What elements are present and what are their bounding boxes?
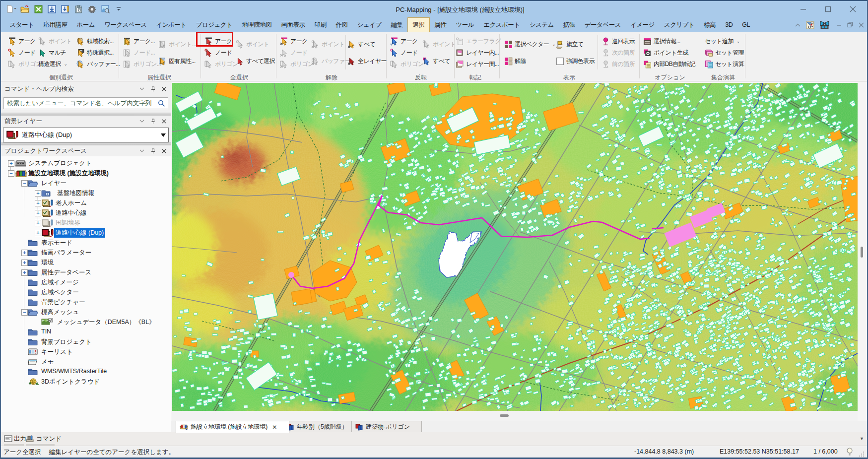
- ribbon-tab-インポート[interactable]: インポート: [151, 17, 191, 32]
- ribbon-button-レイヤー間[interactable]: レイヤー間...: [456, 59, 499, 69]
- ribbon-tab-標高[interactable]: 標高: [699, 17, 721, 32]
- tree-item-メモ[interactable]: メモ: [1, 357, 171, 367]
- tree-item-環境[interactable]: +環境: [1, 258, 171, 267]
- tree-expander-plus[interactable]: +: [21, 250, 28, 256]
- tree-item-基盤地図情報[interactable]: +基盤地図情報: [1, 188, 171, 198]
- document-tab-施設立地環境 (施設立地環境)[interactable]: 施設立地環境 (施設立地環境)✕: [176, 421, 289, 433]
- close-button[interactable]: [847, 4, 858, 15]
- horizontal-scrollbar[interactable]: [172, 411, 858, 421]
- vertical-scrollbar-thumb[interactable]: [861, 247, 863, 258]
- doc-restore-icon[interactable]: [847, 22, 853, 28]
- ribbon-button-ノード[interactable]: ノード: [390, 47, 418, 58]
- green-grid-button[interactable]: [34, 4, 43, 13]
- map-viewport[interactable]: [172, 83, 858, 411]
- tree-item-システムプロジェクト[interactable]: +システムプロジェクト: [1, 158, 171, 168]
- ribbon-tab-ツール[interactable]: ツール: [451, 17, 479, 32]
- combo-dropdown-button[interactable]: [158, 128, 168, 142]
- ribbon-tab-選択[interactable]: 選択: [407, 17, 430, 32]
- tree-expander-plus[interactable]: +: [21, 260, 28, 266]
- ribbon-tab-スタート[interactable]: スタート: [5, 17, 39, 32]
- pane-pin-button[interactable]: [149, 118, 156, 125]
- ribbon-button-アーク[interactable]: アーク...: [123, 36, 155, 47]
- tree-expander-minus[interactable]: −: [8, 170, 14, 177]
- foreground-layer-combo[interactable]: 道路中心線 (Dup): [3, 128, 169, 142]
- tree-item-描画パラメーター[interactable]: +描画パラメーター: [1, 248, 171, 258]
- view-3d-icon[interactable]: [820, 21, 829, 29]
- pane-pin-button[interactable]: [149, 147, 156, 154]
- tree-expander-minus[interactable]: −: [21, 180, 28, 187]
- ribbon-button-ノード[interactable]: ノード: [8, 47, 36, 58]
- tab-close-icon[interactable]: ✕: [272, 424, 277, 431]
- minimize-button[interactable]: [798, 4, 808, 15]
- ribbon-button-強調色表示[interactable]: 強調色表示: [556, 56, 595, 66]
- ribbon-tab-ワークスペース[interactable]: ワークスペース: [99, 17, 151, 32]
- tree-item-WMS/WMTS/RasterTile[interactable]: WMS/WMTS/RasterTile: [1, 367, 171, 377]
- document-tab-建築物-ポリゴン[interactable]: 建築物-ポリゴン: [351, 421, 422, 432]
- tree-expander-plus[interactable]: +: [35, 210, 41, 216]
- ribbon-tab-拡張[interactable]: 拡張: [558, 17, 580, 32]
- search-icon[interactable]: [158, 100, 165, 107]
- tree-expander-plus[interactable]: +: [35, 230, 41, 236]
- ribbon-button-セット追加[interactable]: セット追加⌄: [705, 36, 740, 47]
- tree-item-属性データベース[interactable]: +属性データベース: [1, 267, 171, 277]
- tree-item-道路中心線[interactable]: +道路中心線: [1, 208, 171, 218]
- tree-expander-minus[interactable]: −: [21, 309, 28, 316]
- ribbon-button-内部DB自動転記[interactable]: 内部DB自動転記: [643, 59, 695, 69]
- ribbon-tab-スクリプト[interactable]: スクリプト: [659, 17, 699, 32]
- maximize-button[interactable]: [822, 4, 833, 15]
- doc-close-icon[interactable]: [859, 22, 864, 28]
- ribbon-button-すべて[interactable]: すべて: [347, 39, 375, 50]
- ribbon-tab-応用講座[interactable]: 応用講座: [39, 17, 72, 32]
- ribbon-button-アーク[interactable]: アーク: [280, 36, 308, 47]
- ribbon-button-選択情報[interactable]: 選択情報...: [643, 36, 680, 47]
- horizontal-scrollbar-thumb[interactable]: [500, 414, 509, 417]
- ribbon-tab-シェイプ[interactable]: シェイプ: [352, 17, 386, 32]
- pane-collapse-button[interactable]: [138, 118, 145, 125]
- ribbon-button-解除[interactable]: 解除: [504, 56, 526, 66]
- tree-expander-plus[interactable]: +: [35, 190, 41, 197]
- ribbon-button-選択ベクター[interactable]: 選択ベクター⌄: [504, 39, 556, 50]
- ribbon-tab-ホーム[interactable]: ホーム: [72, 17, 100, 32]
- tree-item-道路中心線 (Dup)[interactable]: +道路中心線 (Dup): [1, 228, 171, 238]
- ribbon-tab-印刷[interactable]: 印刷: [310, 17, 331, 32]
- doc-minimize-icon[interactable]: [836, 22, 842, 28]
- pane-pin-button[interactable]: [149, 85, 156, 92]
- tree-expander-plus[interactable]: +: [21, 269, 28, 276]
- ribbon-tab-プロジェクト[interactable]: プロジェクト: [191, 17, 237, 32]
- pin-map-icon[interactable]: [806, 21, 814, 29]
- ribbon-button-ポイント生成[interactable]: ポイント生成: [643, 47, 688, 58]
- ribbon-button-すべて[interactable]: すべて: [422, 56, 450, 66]
- ribbon-button-マルチ[interactable]: マルチ: [38, 47, 66, 58]
- ribbon-tab-作図[interactable]: 作図: [331, 17, 352, 32]
- collapse-ribbon-icon[interactable]: [795, 23, 801, 27]
- tree-item-TIN[interactable]: TIN: [1, 327, 171, 337]
- ribbon-tab-画面表示[interactable]: 画面表示: [276, 17, 310, 32]
- tree-item-レイヤー[interactable]: −レイヤー: [1, 178, 171, 188]
- tree-item-広域ベクター[interactable]: 広域ベクター: [1, 287, 171, 297]
- ribbon-button-領域検索[interactable]: 領域検索...: [76, 36, 114, 47]
- tree-item-施設立地環境 (施設立地環境)[interactable]: −施設立地環境 (施設立地環境): [1, 168, 171, 178]
- ribbon-button-レイヤー内[interactable]: レイヤー内...: [456, 47, 499, 58]
- output-tab-出力[interactable]: 出力: [4, 434, 26, 444]
- tree-item-広域イメージ[interactable]: 広域イメージ: [1, 277, 171, 287]
- pane-close-button[interactable]: [160, 147, 167, 154]
- tree-item-キーリスト[interactable]: キーリスト: [1, 347, 171, 357]
- ribbon-tab-イメージ[interactable]: イメージ: [625, 17, 659, 32]
- output-tab-コマンド[interactable]: コマンド: [26, 434, 62, 444]
- ribbon-button-特殊選択[interactable]: 特殊選択...: [76, 47, 114, 58]
- ribbon-button-巡回表示[interactable]: 巡回表示: [601, 36, 635, 47]
- ribbon-tab-システム[interactable]: システム: [525, 17, 558, 32]
- ribbon-tab-属性[interactable]: 属性: [430, 17, 451, 32]
- ribbon-button-セット管理[interactable]: セット管理: [705, 47, 744, 58]
- ribbon-button-固有属性[interactable]: 固有属性...: [158, 56, 196, 66]
- vertical-scrollbar[interactable]: [859, 83, 866, 411]
- tree-item-メッシュデータ（DEM5A）《BL》[interactable]: メッシュデータ（DEM5A）《BL》: [1, 317, 171, 327]
- tree-item-老人ホーム[interactable]: +老人ホーム: [1, 198, 171, 208]
- ribbon-tab-エクスポート[interactable]: エクスポート: [479, 17, 525, 32]
- tree-expander-plus[interactable]: +: [35, 200, 41, 206]
- ribbon-tab-データベース[interactable]: データベース: [580, 17, 625, 32]
- pane-close-button[interactable]: [160, 85, 167, 92]
- ribbon-button-すべて選択[interactable]: すべて選択: [236, 56, 275, 66]
- ribbon-button-アーク[interactable]: アーク: [8, 36, 36, 47]
- tree-expander-plus[interactable]: +: [8, 160, 14, 167]
